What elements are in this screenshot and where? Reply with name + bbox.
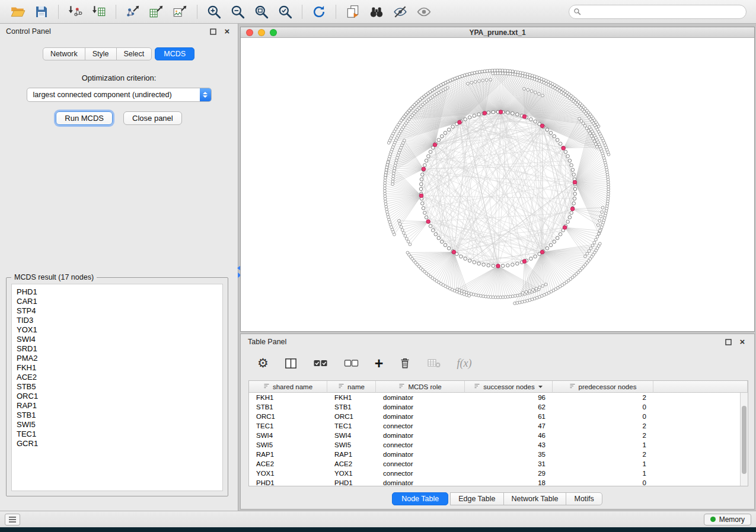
table-cell[interactable]: ACE2 — [327, 459, 376, 469]
table-cell[interactable]: STB1 — [249, 402, 327, 412]
mcds-result-item[interactable]: SWI4 — [17, 335, 222, 344]
add-row-icon[interactable]: + — [375, 357, 384, 369]
node-table[interactable]: shared namenameMCDS rolesuccessor nodesp… — [248, 380, 748, 486]
search-input[interactable] — [569, 5, 747, 19]
network-canvas[interactable] — [241, 38, 754, 331]
deselect-all-icon[interactable] — [344, 357, 359, 370]
table-cell[interactable]: 2 — [553, 393, 653, 402]
mcds-result-item[interactable]: STB5 — [17, 382, 222, 392]
column-header[interactable]: shared name — [249, 381, 327, 393]
table-cell[interactable]: SWI5 — [327, 440, 376, 450]
table-cell[interactable]: SWI4 — [327, 431, 376, 440]
table-cell[interactable]: RAP1 — [249, 450, 327, 459]
table-cell[interactable]: 62 — [465, 402, 553, 412]
table-cell[interactable]: dominator — [376, 393, 465, 402]
table-row[interactable]: PHD1PHD1dominator180 — [249, 478, 748, 486]
column-header[interactable]: successor nodes — [465, 381, 553, 393]
table-cell[interactable]: 35 — [465, 450, 553, 459]
column-header[interactable]: MCDS role — [376, 381, 465, 393]
mcds-result-item[interactable]: STB1 — [17, 411, 222, 420]
float-table-panel-icon[interactable] — [723, 337, 733, 347]
table-row[interactable]: TEC1TEC1connector472 — [249, 421, 748, 431]
export-image-icon[interactable] — [168, 2, 192, 21]
table-cell[interactable]: YOX1 — [327, 469, 376, 478]
mcds-result-item[interactable]: CAR1 — [17, 297, 222, 306]
table-cell[interactable]: TEC1 — [327, 421, 376, 431]
mcds-result-item[interactable]: YOX1 — [17, 325, 222, 335]
table-cell[interactable]: connector — [376, 459, 465, 469]
table-cell[interactable]: dominator — [376, 431, 465, 440]
copy-network-icon[interactable] — [341, 2, 365, 21]
table-cell[interactable]: 18 — [465, 478, 553, 486]
mcds-result-item[interactable]: ORC1 — [17, 392, 222, 401]
table-row[interactable]: FKH1FKH1dominator962 — [249, 393, 748, 402]
table-row[interactable]: RAP1RAP1dominator352 — [249, 450, 748, 459]
table-cell[interactable]: dominator — [376, 450, 465, 459]
refresh-icon[interactable] — [307, 2, 331, 21]
table-cell[interactable]: 96 — [465, 393, 553, 402]
tab-edge-table[interactable]: Edge Table — [450, 492, 503, 505]
close-panel-button[interactable]: Close panel — [123, 111, 182, 125]
zoom-fit-icon[interactable] — [250, 2, 273, 21]
table-cell[interactable]: 1 — [553, 459, 653, 469]
table-cell[interactable]: ACE2 — [249, 459, 327, 469]
table-cell[interactable]: 46 — [465, 431, 553, 440]
table-cell[interactable]: FKH1 — [249, 393, 327, 402]
table-cell[interactable]: 1 — [553, 469, 653, 478]
table-row[interactable]: STB1STB1dominator620 — [249, 402, 748, 412]
mcds-result-item[interactable]: SWI5 — [17, 420, 222, 430]
scrollbar-thumb[interactable] — [742, 406, 747, 474]
table-cell[interactable]: connector — [376, 440, 465, 450]
float-panel-icon[interactable] — [208, 27, 218, 36]
memory-button[interactable]: Memory — [704, 514, 751, 525]
table-cell[interactable]: 0 — [553, 402, 653, 412]
tab-style[interactable]: Style — [85, 47, 117, 60]
table-row[interactable]: YOX1YOX1connector291 — [249, 469, 748, 478]
toggle-graphics-details-icon[interactable] — [388, 2, 412, 21]
network-title-bar[interactable]: YPA_prune.txt_1 — [241, 27, 754, 38]
table-cell[interactable]: YOX1 — [249, 469, 327, 478]
table-cell[interactable]: PHD1 — [327, 478, 376, 486]
table-cell[interactable]: 2 — [553, 450, 653, 459]
mcds-result-item[interactable]: RAP1 — [17, 401, 222, 411]
close-table-panel-icon[interactable]: × — [738, 337, 747, 347]
mcds-result-item[interactable]: GCR1 — [17, 439, 222, 448]
table-cell[interactable]: FKH1 — [327, 393, 376, 402]
table-cell[interactable]: 2 — [553, 421, 653, 431]
table-cell[interactable]: TEC1 — [249, 421, 327, 431]
chevron-down-icon[interactable] — [538, 383, 543, 390]
save-icon[interactable] — [30, 2, 53, 21]
mcds-result-item[interactable]: PMA2 — [17, 354, 222, 363]
delete-row-trash-icon[interactable] — [398, 357, 412, 370]
task-list-icon[interactable] — [5, 514, 20, 525]
table-cell[interactable]: connector — [376, 469, 465, 478]
table-row[interactable]: ACE2ACE2connector311 — [249, 459, 748, 469]
zoom-in-icon[interactable] — [202, 2, 226, 21]
tab-motifs[interactable]: Motifs — [566, 492, 602, 505]
table-row[interactable]: SWI5SWI5connector431 — [249, 440, 748, 450]
table-cell[interactable]: 61 — [465, 412, 553, 421]
close-panel-icon[interactable]: × — [222, 27, 232, 36]
mcds-result-list[interactable]: PHD1CAR1STP4TID3YOX1SWI4SRD1PMA2FKH1ACE2… — [11, 284, 223, 491]
mcds-result-item[interactable]: TID3 — [17, 316, 222, 325]
column-header[interactable]: predecessor nodes — [553, 381, 653, 393]
table-cell[interactable]: 31 — [465, 459, 553, 469]
table-cell[interactable]: 47 — [465, 421, 553, 431]
import-network-icon[interactable] — [63, 2, 87, 21]
table-cell[interactable]: dominator — [376, 412, 465, 421]
column-header[interactable]: name — [327, 381, 376, 393]
select-all-icon[interactable] — [313, 357, 328, 370]
import-table-icon[interactable] — [87, 2, 111, 21]
search-network-binoculars-icon[interactable] — [365, 2, 388, 21]
table-cell[interactable]: SWI4 — [249, 431, 327, 440]
table-cell[interactable]: 43 — [465, 440, 553, 450]
table-cell[interactable]: 0 — [553, 478, 653, 486]
tab-node-table[interactable]: Node Table — [392, 492, 448, 505]
table-scrollbar[interactable] — [740, 393, 748, 486]
table-options-gear-icon[interactable]: ⚙ — [257, 357, 269, 369]
tab-network-table[interactable]: Network Table — [503, 492, 567, 505]
mcds-result-item[interactable]: ACE2 — [17, 373, 222, 382]
tab-mcds[interactable]: MCDS — [155, 47, 194, 60]
eye-icon[interactable] — [412, 2, 436, 21]
table-cell[interactable]: connector — [376, 421, 465, 431]
